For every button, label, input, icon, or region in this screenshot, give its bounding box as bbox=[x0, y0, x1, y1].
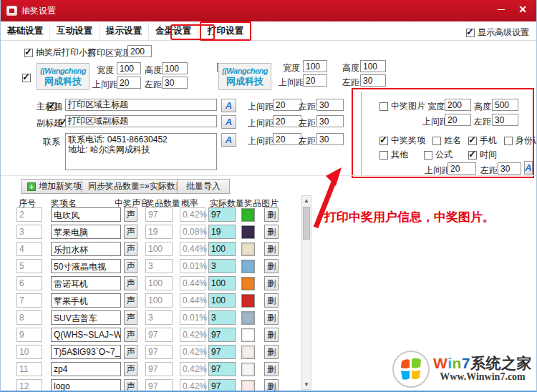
delete-button[interactable]: 删 bbox=[264, 362, 279, 376]
prize-name-input[interactable]: logo bbox=[51, 379, 121, 392]
checkbox-icon[interactable] bbox=[379, 151, 388, 160]
sound-button[interactable]: 声 bbox=[124, 242, 137, 256]
sync-quantity-button[interactable]: 同步奖品数量=»实际数量 bbox=[82, 179, 190, 194]
logo1-checkbox[interactable] bbox=[22, 74, 31, 82]
sound-button[interactable]: 声 bbox=[124, 276, 137, 290]
win-field-checkbox[interactable]: 时间 bbox=[468, 149, 497, 161]
sound-button[interactable]: 声 bbox=[124, 293, 137, 308]
logo1-top-margin-input[interactable] bbox=[117, 77, 141, 89]
actual-quantity-cell[interactable]: 100 bbox=[208, 276, 236, 290]
sub-title-top-margin-input[interactable] bbox=[273, 115, 301, 127]
win-field-checkbox[interactable]: 公式 bbox=[424, 149, 453, 161]
print-ticket-checkbox[interactable]: 抽奖后打印小票 bbox=[24, 46, 96, 59]
delete-button[interactable]: 删 bbox=[264, 276, 279, 290]
logo-image-icon[interactable] bbox=[241, 380, 255, 392]
probability-cell[interactable]: 0.01% bbox=[180, 310, 205, 325]
tab-interaction-settings[interactable]: 互动设置 bbox=[50, 23, 100, 39]
sound-button[interactable]: 声 bbox=[124, 379, 137, 392]
checkbox-icon[interactable] bbox=[468, 137, 477, 145]
row-no-cell[interactable]: 4 bbox=[16, 242, 42, 256]
show-advanced-checkbox[interactable]: 显示高级设置 bbox=[466, 26, 529, 39]
row-no-cell[interactable]: 6 bbox=[16, 276, 42, 290]
delete-button[interactable]: 删 bbox=[264, 242, 279, 256]
prize-name-input[interactable]: 电吹风 bbox=[51, 207, 121, 222]
tab-prompt-settings[interactable]: 提示设置 bbox=[100, 23, 149, 39]
win-image-height-input[interactable] bbox=[492, 99, 518, 111]
actual-quantity-cell[interactable]: 97 bbox=[208, 207, 236, 222]
row-no-cell[interactable]: 8 bbox=[16, 310, 42, 325]
win-image-width-input[interactable] bbox=[445, 99, 471, 111]
win-image-checkbox[interactable]: 中奖图片 bbox=[379, 100, 425, 112]
probability-cell[interactable]: 0.44% bbox=[180, 293, 205, 308]
quantity-cell[interactable]: 97 bbox=[145, 379, 173, 392]
probability-cell[interactable]: 0.42% bbox=[180, 345, 205, 359]
win-fields-top-margin-input[interactable] bbox=[448, 162, 476, 175]
actual-quantity-cell[interactable]: 97 bbox=[208, 362, 236, 376]
logo2-width-input[interactable] bbox=[303, 60, 327, 72]
logo2-top-margin-input[interactable] bbox=[303, 74, 327, 87]
sound-button[interactable]: 声 bbox=[124, 345, 137, 359]
probability-cell[interactable]: 0.42% bbox=[180, 362, 205, 376]
win-field-checkbox[interactable]: 姓名 bbox=[432, 134, 461, 147]
prize-name-input[interactable]: 50寸液晶电视 bbox=[51, 259, 121, 273]
row-no-cell[interactable]: 5 bbox=[16, 259, 42, 273]
logo1-height-input[interactable] bbox=[162, 62, 188, 74]
checkbox-icon[interactable] bbox=[432, 137, 441, 145]
quantity-cell[interactable]: 100 bbox=[145, 276, 173, 290]
quantity-cell[interactable]: 19 bbox=[145, 225, 173, 239]
headphone-icon[interactable] bbox=[241, 277, 255, 290]
bottle-icon[interactable] bbox=[241, 242, 255, 256]
delete-button[interactable]: 删 bbox=[264, 345, 279, 359]
row-no-cell[interactable]: 3 bbox=[16, 225, 42, 239]
row-no-cell[interactable]: 2 bbox=[16, 207, 42, 222]
main-title-input[interactable] bbox=[65, 99, 217, 111]
sub-title-input[interactable] bbox=[65, 115, 217, 127]
contact-textarea[interactable]: 联系电话: 0451-86630452 地址: 哈尔滨网成科技 bbox=[65, 133, 217, 170]
minimize-button[interactable]: ─ bbox=[490, 4, 512, 15]
actual-quantity-cell[interactable]: 97 bbox=[208, 345, 236, 359]
probability-cell[interactable]: 0.08% bbox=[180, 225, 205, 239]
add-prize-button[interactable]: + 增加新奖项 bbox=[21, 179, 88, 194]
phone-icon[interactable] bbox=[241, 294, 255, 308]
win-image-left-margin-input[interactable] bbox=[492, 114, 518, 126]
actual-quantity-cell[interactable]: 100 bbox=[208, 242, 236, 256]
checkbox-icon[interactable] bbox=[379, 137, 388, 145]
checkbox-icon[interactable] bbox=[468, 151, 477, 160]
quantity-cell[interactable]: 97 bbox=[145, 328, 173, 342]
probability-cell[interactable]: 0.42% bbox=[180, 328, 205, 342]
actual-quantity-cell[interactable]: 97 bbox=[208, 379, 236, 392]
batch-import-button[interactable]: 批量导入 bbox=[177, 179, 230, 194]
quantity-cell[interactable]: 3 bbox=[145, 310, 173, 325]
row-no-cell[interactable]: 10 bbox=[16, 345, 42, 359]
probability-cell[interactable]: 0.42% bbox=[180, 207, 205, 222]
row-no-cell[interactable]: 12 bbox=[16, 379, 42, 392]
close-button[interactable]: ✕ bbox=[512, 4, 533, 15]
win-fields-left-margin-input[interactable] bbox=[498, 162, 521, 175]
car-icon[interactable] bbox=[241, 311, 255, 325]
prize-name-input[interactable]: 苹果电脑 bbox=[51, 225, 121, 239]
quantity-cell[interactable]: 97 bbox=[145, 345, 173, 359]
document-icon[interactable] bbox=[241, 346, 255, 359]
contact-top-margin-input[interactable] bbox=[273, 133, 301, 145]
sound-button[interactable]: 声 bbox=[124, 225, 137, 239]
prize-name-input[interactable]: 苹果手机 bbox=[51, 293, 121, 308]
actual-quantity-cell[interactable]: 97 bbox=[208, 328, 236, 342]
prize-name-input[interactable]: SUV吉普车 bbox=[51, 310, 121, 325]
win-field-checkbox[interactable]: 身份证 bbox=[504, 134, 537, 147]
prize-name-input[interactable]: T)5A$IG93`O~7_QM~I7 bbox=[51, 345, 121, 359]
sound-button[interactable]: 声 bbox=[124, 328, 137, 342]
sub-title-font-button[interactable]: A bbox=[221, 115, 236, 129]
prize-name-input[interactable]: 雷诺耳机 bbox=[51, 276, 121, 290]
main-title-top-margin-input[interactable] bbox=[273, 99, 301, 111]
delete-button[interactable]: 删 bbox=[264, 379, 279, 392]
win-fields-font-button[interactable]: A bbox=[524, 161, 533, 175]
delete-button[interactable]: 删 bbox=[264, 207, 279, 222]
actual-quantity-cell[interactable]: 3 bbox=[208, 259, 236, 273]
win-field-checkbox[interactable]: 其他 bbox=[379, 149, 408, 161]
quantity-cell[interactable]: 97 bbox=[145, 207, 173, 222]
actual-quantity-cell[interactable]: 19 bbox=[208, 225, 236, 239]
delete-button[interactable]: 删 bbox=[264, 225, 279, 239]
win-field-checkbox[interactable]: 中奖奖项 bbox=[379, 134, 425, 147]
delete-button[interactable]: 删 bbox=[264, 293, 279, 308]
quantity-cell[interactable]: 100 bbox=[145, 242, 173, 256]
